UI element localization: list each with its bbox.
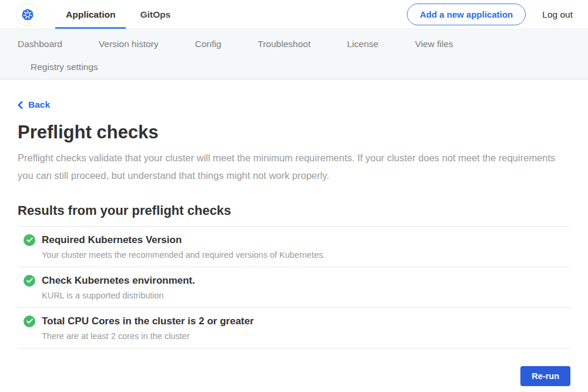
- check-circle-icon: [24, 275, 35, 287]
- footer-actions: Re-run: [18, 366, 570, 386]
- add-application-button[interactable]: Add a new application: [407, 4, 526, 25]
- top-navbar: Application GitOps Add a new application…: [0, 0, 588, 29]
- tab-gitops-label: GitOps: [140, 9, 171, 20]
- check-item-kubernetes-version: Required Kubernetes Version Your cluster…: [18, 227, 570, 267]
- check-detail: Your cluster meets the recommended and r…: [42, 250, 570, 260]
- results-heading: Results from your preflight checks: [18, 203, 570, 218]
- page-title: Preflight checks: [18, 122, 570, 143]
- check-title: Total CPU Cores in the cluster is 2 or g…: [42, 315, 254, 327]
- check-item-head: Required Kubernetes Version: [24, 234, 570, 246]
- check-detail: There are at least 2 cores in the cluste…: [42, 331, 570, 341]
- subnav-item-troubleshoot[interactable]: Troubleshoot: [258, 39, 310, 49]
- back-link-label: Back: [28, 99, 50, 110]
- tab-gitops[interactable]: GitOps: [138, 0, 173, 29]
- logout-link[interactable]: Log out: [542, 9, 573, 20]
- check-item-head: Check Kubernetes environment.: [24, 275, 570, 287]
- kubernetes-logo-icon: [16, 4, 39, 26]
- rerun-button[interactable]: Re-run: [520, 366, 570, 386]
- subnav-item-dashboard[interactable]: Dashboard: [18, 39, 62, 49]
- subnav-item-license[interactable]: License: [347, 39, 378, 49]
- check-item-kubernetes-environment: Check Kubernetes environment. KURL is a …: [18, 267, 570, 308]
- check-title: Check Kubernetes environment.: [42, 275, 195, 287]
- subnav-item-version-history[interactable]: Version history: [99, 39, 159, 49]
- tab-application[interactable]: Application: [64, 0, 118, 29]
- check-item-head: Total CPU Cores in the cluster is 2 or g…: [24, 315, 570, 327]
- subnav-item-registry-settings[interactable]: Registry settings: [31, 62, 98, 72]
- check-title: Required Kubernetes Version: [42, 234, 182, 246]
- check-detail: KURL is a supported distribution: [42, 291, 570, 300]
- tab-application-label: Application: [66, 9, 115, 20]
- subnav-row-1: Dashboard Version history Config Trouble…: [18, 39, 588, 49]
- subnav-row-2: Registry settings: [18, 62, 588, 72]
- subnav-item-config[interactable]: Config: [195, 39, 222, 49]
- preflight-checks-list: Required Kubernetes Version Your cluster…: [18, 226, 570, 348]
- back-link[interactable]: Back: [18, 99, 50, 110]
- main-content: Back Preflight checks Preflight checks v…: [0, 79, 588, 386]
- check-item-cpu-cores: Total CPU Cores in the cluster is 2 or g…: [18, 308, 570, 348]
- page-description: Preflight checks validate that your clus…: [18, 149, 567, 184]
- check-circle-icon: [24, 234, 35, 246]
- app-logo[interactable]: [16, 0, 39, 29]
- navbar-right-group: Add a new application Log out: [407, 0, 573, 29]
- check-circle-icon: [24, 315, 35, 327]
- subnav-item-view-files[interactable]: View files: [415, 39, 453, 49]
- app-subnav: Dashboard Version history Config Trouble…: [0, 29, 588, 79]
- chevron-left-icon: [18, 101, 23, 109]
